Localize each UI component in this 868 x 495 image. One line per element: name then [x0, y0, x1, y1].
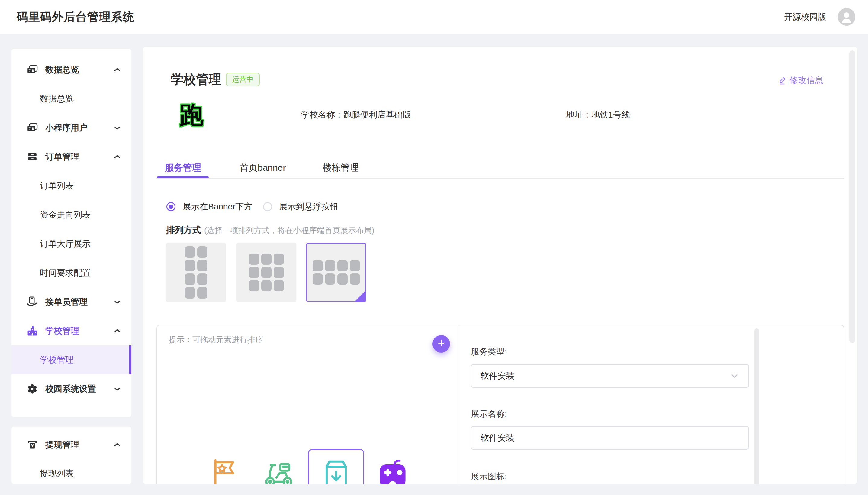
- school-address-label: 地址：: [566, 109, 591, 121]
- main-content-card: 学校管理 运营中 修改信息 跑 学校名称：跑腿便利店基础版 地址：地铁1号线 服…: [143, 47, 857, 484]
- school-address-field: 地址：地铁1号线: [566, 108, 630, 121]
- flag-icon[interactable]: [210, 458, 239, 484]
- drag-sort-tip: 提示：可拖动元素进行排序: [169, 335, 263, 345]
- id-card-icon: [26, 122, 38, 134]
- school-icon: [26, 325, 38, 337]
- sidebar-item-label: 资金走向列表: [40, 209, 91, 221]
- sidebar-item-data-overview[interactable]: 数据总览: [12, 55, 131, 84]
- service-sort-panel: 提示：可拖动元素进行排序 +: [157, 325, 844, 484]
- tab-service-management[interactable]: 服务管理: [165, 159, 201, 177]
- display-icon-label: 展示图标:: [471, 471, 507, 482]
- sidebar-item-campus-system-settings[interactable]: 校园系统设置: [12, 374, 131, 404]
- chevron-up-icon: [113, 441, 121, 449]
- radio-banner-below[interactable]: [166, 202, 176, 211]
- edition-label: 开源校园版: [784, 11, 826, 23]
- layout-option-4col-selected[interactable]: [306, 243, 366, 302]
- app-title: 码里码外后台管理系统: [17, 0, 135, 34]
- sidebar-subitem-fund-flow-list[interactable]: 资金走向列表: [12, 200, 131, 229]
- sidebar-item-label: 订单列表: [40, 180, 74, 192]
- school-name-field: 学校名称：跑腿便利店基础版: [301, 108, 411, 121]
- withdraw-icon: ¥: [26, 439, 38, 450]
- chevron-up-icon: [113, 66, 121, 74]
- chevron-up-icon: [113, 327, 121, 335]
- form-scrollbar[interactable]: [755, 328, 759, 484]
- sidebar-item-label: 提现管理: [45, 439, 79, 450]
- sidebar-item-miniprogram-users[interactable]: 小程序用户: [12, 113, 131, 142]
- display-name-value: 软件安装: [480, 432, 514, 444]
- header-right: 开源校园版: [784, 0, 855, 34]
- main-scrollbar[interactable]: [849, 50, 855, 343]
- sidebar-item-label: 时间要求配置: [40, 267, 91, 279]
- school-name-value: 跑腿便利店基础版: [343, 109, 411, 121]
- radio-floating-button[interactable]: [263, 202, 272, 211]
- chevron-down-icon: [113, 124, 121, 132]
- pencil-icon: [779, 76, 787, 85]
- package-icon[interactable]: [320, 457, 352, 484]
- tab-home-banner[interactable]: 首页banner: [240, 159, 286, 177]
- sidebar-subitem-order-list[interactable]: 订单列表: [12, 171, 131, 200]
- school-address-value: 地铁1号线: [591, 109, 630, 121]
- display-name-input[interactable]: 软件安装: [471, 426, 749, 450]
- layout-3col-preview: [249, 254, 284, 291]
- sidebar-item-order-management[interactable]: 订单管理: [12, 142, 131, 171]
- sidebar-item-label: 学校管理: [45, 325, 79, 337]
- chevron-up-icon: [113, 153, 121, 161]
- page-title: 学校管理: [171, 71, 222, 88]
- radio-banner-below-label: 展示在Banner下方: [183, 198, 252, 216]
- sidebar-item-label: 校园系统设置: [45, 383, 96, 395]
- tabs-divider: [157, 178, 844, 178]
- layout-4col-preview: [313, 260, 360, 285]
- sidebar-withdraw-section: ¥ 提现管理 提现列表: [12, 427, 131, 484]
- service-type-value: 软件安装: [480, 370, 514, 382]
- sidebar-subitem-time-requirement-config[interactable]: 时间要求配置: [12, 258, 131, 287]
- gear-icon: [26, 383, 38, 395]
- arrangement-hint: (选择一项排列方式，将在小程序端首页展示布局): [204, 225, 374, 236]
- sidebar-item-label: 学校管理: [40, 354, 74, 366]
- sidebar-item-courier-management[interactable]: 接单员管理: [12, 287, 131, 317]
- sidebar-item-label: 数据总览: [45, 64, 79, 75]
- sidebar-item-school-management[interactable]: 学校管理: [12, 317, 131, 345]
- school-name-label: 学校名称：: [301, 109, 343, 121]
- display-name-label: 展示名称:: [471, 408, 507, 420]
- chevron-down-icon: [113, 298, 121, 306]
- sidebar-subitem-school-management-selected[interactable]: 学校管理: [12, 345, 131, 374]
- sidebar-subitem-data-overview[interactable]: 数据总览: [12, 84, 131, 113]
- sidebar-item-withdraw-management[interactable]: ¥ 提现管理: [12, 430, 131, 459]
- add-service-button[interactable]: +: [432, 335, 450, 353]
- top-header: 码里码外后台管理系统 开源校园版: [0, 0, 868, 34]
- courier-icon: [26, 296, 38, 308]
- layout-option-2col[interactable]: [166, 243, 226, 302]
- edit-info-label: 修改信息: [790, 75, 823, 86]
- arrangement-title: 排列方式: [166, 224, 201, 236]
- service-type-label: 服务类型:: [471, 346, 507, 358]
- active-indicator: [129, 345, 131, 374]
- chevron-down-icon: [113, 385, 121, 393]
- sidebar: 数据总览 数据总览 小程序用户 订单管理 订单列表 资金走向列表: [12, 49, 131, 417]
- sidebar-item-label: 提现列表: [40, 468, 74, 479]
- id-card-icon: [26, 64, 38, 75]
- gamepad-icon[interactable]: [377, 457, 408, 484]
- user-icon: [838, 8, 855, 26]
- sidebar-item-label: 接单员管理: [45, 296, 88, 308]
- app-root: 码里码外后台管理系统 开源校园版 数据总览 数据总览: [0, 0, 868, 495]
- select-chevron-down-icon: [730, 371, 739, 381]
- sidebar-subitem-order-hall-display[interactable]: 订单大厅展示: [12, 229, 131, 258]
- orders-icon: [26, 151, 38, 163]
- avatar[interactable]: [838, 8, 855, 26]
- tab-building-management[interactable]: 楼栋管理: [322, 159, 359, 177]
- sidebar-subitem-withdraw-list[interactable]: 提现列表: [12, 459, 131, 484]
- sidebar-item-label: 订单大厅展示: [40, 238, 91, 250]
- panel-divider: [459, 325, 459, 484]
- status-badge: 运营中: [226, 73, 260, 86]
- svg-text:¥: ¥: [31, 443, 34, 448]
- school-logo: 跑: [177, 101, 206, 129]
- sidebar-item-label: 小程序用户: [45, 122, 88, 134]
- sidebar-item-label: 订单管理: [45, 151, 79, 163]
- service-type-select[interactable]: 软件安装: [471, 364, 749, 388]
- scooter-icon[interactable]: [263, 460, 295, 484]
- edit-info-link[interactable]: 修改信息: [779, 75, 823, 86]
- radio-floating-button-label: 展示到悬浮按钮: [279, 198, 338, 216]
- layout-option-3col[interactable]: [236, 243, 296, 302]
- layout-2col-preview: [185, 246, 208, 298]
- sidebar-item-label: 数据总览: [40, 93, 74, 105]
